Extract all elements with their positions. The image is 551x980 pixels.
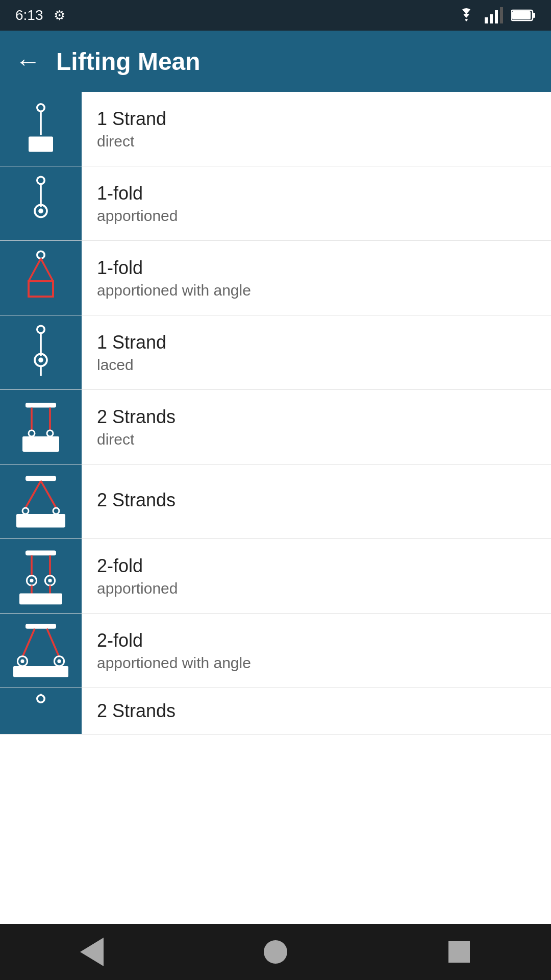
svg-rect-8 bbox=[29, 136, 53, 152]
svg-rect-52 bbox=[13, 666, 68, 677]
nav-home-button[interactable] bbox=[258, 934, 293, 970]
item-text: 2-fold apportioned with angle bbox=[97, 630, 251, 672]
svg-line-31 bbox=[41, 481, 56, 508]
item-title: 2 Strands bbox=[97, 406, 176, 428]
svg-point-53 bbox=[37, 695, 44, 702]
svg-rect-44 bbox=[19, 593, 62, 604]
svg-rect-34 bbox=[16, 514, 65, 527]
home-icon bbox=[264, 940, 287, 964]
svg-line-14 bbox=[29, 258, 41, 281]
list-item[interactable]: 2 Strands bbox=[0, 688, 551, 734]
item-icon-1-strand-direct bbox=[0, 92, 82, 166]
item-text: 1-fold apportioned bbox=[97, 183, 178, 225]
nav-back-button[interactable] bbox=[74, 934, 110, 970]
svg-rect-5 bbox=[533, 13, 535, 18]
list-item[interactable]: 1 Strand laced bbox=[0, 315, 551, 390]
wifi-icon bbox=[456, 7, 477, 23]
svg-point-12 bbox=[38, 208, 43, 213]
item-subtitle: direct bbox=[97, 133, 166, 150]
signal-icon bbox=[485, 7, 503, 23]
page-title: Lifting Mean bbox=[56, 47, 201, 76]
svg-line-47 bbox=[47, 628, 59, 656]
svg-rect-28 bbox=[22, 436, 59, 452]
svg-rect-35 bbox=[26, 550, 56, 555]
item-title: 1-fold bbox=[97, 183, 178, 204]
list-item[interactable]: 2-fold apportioned with angle bbox=[0, 614, 551, 688]
svg-line-30 bbox=[26, 481, 41, 508]
item-subtitle: apportioned with angle bbox=[97, 654, 251, 672]
svg-rect-29 bbox=[26, 476, 56, 481]
item-title: 2 Strands bbox=[97, 700, 176, 722]
item-title: 1-fold bbox=[97, 257, 251, 279]
item-text: 1-fold apportioned with angle bbox=[97, 257, 251, 299]
item-subtitle: direct bbox=[97, 431, 176, 448]
svg-rect-1 bbox=[490, 14, 493, 23]
list-item[interactable]: 2 Strands direct bbox=[0, 390, 551, 464]
item-icon-2-fold-angle bbox=[0, 614, 82, 688]
bottom-navigation bbox=[0, 924, 551, 980]
item-text: 2 Strands bbox=[97, 489, 176, 514]
list-item[interactable]: 2-fold apportioned bbox=[0, 539, 551, 614]
svg-point-18 bbox=[37, 326, 44, 333]
svg-point-13 bbox=[37, 251, 44, 258]
item-icon-1-fold-angle bbox=[0, 241, 82, 315]
item-icon-2-strands-direct bbox=[0, 390, 82, 464]
battery-icon bbox=[511, 8, 536, 22]
item-subtitle: apportioned with angle bbox=[97, 282, 251, 299]
item-title: 1 Strand bbox=[97, 108, 166, 130]
item-text: 2 Strands direct bbox=[97, 406, 176, 448]
svg-line-46 bbox=[22, 628, 35, 656]
back-icon bbox=[80, 938, 104, 966]
svg-rect-6 bbox=[512, 11, 531, 19]
svg-rect-17 bbox=[29, 281, 53, 297]
svg-point-26 bbox=[29, 430, 35, 436]
item-text: 1 Strand laced bbox=[97, 332, 166, 374]
list-item[interactable]: 1-fold apportioned bbox=[0, 166, 551, 241]
item-icon-2-strands-partial bbox=[0, 688, 82, 734]
app-bar: ← Lifting Mean bbox=[0, 31, 551, 92]
item-subtitle: laced bbox=[97, 356, 166, 374]
svg-point-21 bbox=[38, 357, 43, 362]
status-left: 6:13 ⚙ bbox=[15, 7, 65, 23]
item-icon-1-fold-apportioned bbox=[0, 166, 82, 240]
list-item[interactable]: 2 Strands bbox=[0, 464, 551, 539]
svg-rect-45 bbox=[26, 624, 56, 629]
svg-marker-16 bbox=[29, 281, 53, 297]
item-title: 2-fold bbox=[97, 555, 178, 577]
item-icon-2-strands bbox=[0, 464, 82, 538]
item-text: 1 Strand direct bbox=[97, 108, 166, 150]
svg-point-51 bbox=[57, 659, 61, 663]
item-text: 2-fold apportioned bbox=[97, 555, 178, 597]
svg-rect-3 bbox=[500, 7, 503, 23]
svg-point-39 bbox=[30, 578, 33, 582]
nav-recent-button[interactable] bbox=[441, 934, 477, 970]
recent-icon bbox=[448, 941, 470, 963]
item-title: 2-fold bbox=[97, 630, 251, 651]
gear-icon: ⚙ bbox=[54, 8, 65, 23]
status-bar: 6:13 ⚙ bbox=[0, 0, 551, 31]
svg-point-9 bbox=[37, 177, 44, 184]
item-title: 2 Strands bbox=[97, 489, 176, 511]
svg-rect-0 bbox=[485, 17, 488, 23]
svg-point-27 bbox=[47, 430, 53, 436]
item-icon-2-fold-apportioned bbox=[0, 539, 82, 613]
item-text: 2 Strands bbox=[97, 700, 176, 722]
status-time: 6:13 bbox=[15, 7, 43, 23]
item-title: 1 Strand bbox=[97, 332, 166, 353]
svg-point-49 bbox=[20, 659, 24, 663]
back-button[interactable]: ← bbox=[15, 48, 41, 74]
item-subtitle: apportioned bbox=[97, 207, 178, 225]
svg-rect-2 bbox=[495, 10, 498, 23]
item-subtitle: apportioned bbox=[97, 580, 178, 597]
list-item[interactable]: 1-fold apportioned with angle bbox=[0, 241, 551, 315]
status-right bbox=[456, 7, 536, 23]
lifting-mean-list: 1 Strand direct 1-fold apportioned bbox=[0, 92, 551, 924]
svg-line-15 bbox=[41, 258, 53, 281]
svg-point-33 bbox=[53, 508, 59, 514]
list-item[interactable]: 1 Strand direct bbox=[0, 92, 551, 166]
svg-point-7 bbox=[37, 104, 44, 111]
item-icon-1-strand-laced bbox=[0, 315, 82, 389]
svg-rect-23 bbox=[26, 403, 56, 408]
svg-point-41 bbox=[48, 578, 52, 582]
svg-point-32 bbox=[22, 508, 29, 514]
